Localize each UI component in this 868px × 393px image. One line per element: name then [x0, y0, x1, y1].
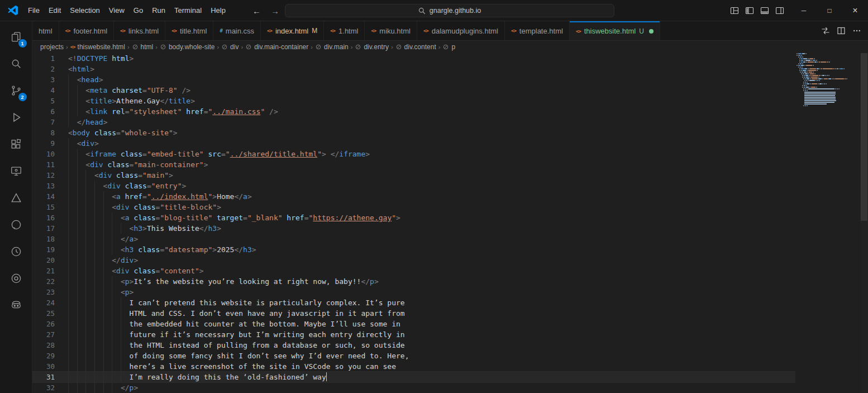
- code-text[interactable]: <link rel="stylesheet" href="../main.css…: [68, 106, 795, 117]
- github-icon[interactable]: [3, 211, 30, 238]
- explorer-icon[interactable]: 1: [3, 23, 30, 50]
- code-line[interactable]: 9 <div>: [32, 138, 795, 149]
- code-text[interactable]: here’s a live screenshot of the site in …: [68, 361, 795, 372]
- line-number[interactable]: 6: [32, 106, 68, 117]
- code-line[interactable]: 32 </p>: [32, 382, 795, 393]
- code-line[interactable]: 26 the embedded hit counter at the botto…: [32, 319, 795, 329]
- tab-links.html[interactable]: <>links.html: [114, 21, 165, 40]
- code-line[interactable]: 4 <meta charset="UTF-8" />: [32, 85, 795, 96]
- breadcrumb-item-div.entry[interactable]: div.entry: [355, 43, 388, 51]
- command-center[interactable]: gnargle.github.io: [285, 4, 614, 17]
- code-text[interactable]: <div class="content">: [68, 266, 795, 276]
- split-editor-icon[interactable]: [837, 26, 846, 35]
- code-text[interactable]: <head>: [68, 74, 795, 85]
- line-number[interactable]: 2: [32, 64, 68, 74]
- line-number[interactable]: 4: [32, 85, 68, 96]
- line-number[interactable]: 15: [32, 202, 68, 212]
- code-text[interactable]: </a>: [68, 234, 795, 244]
- tab-miku.html[interactable]: <>miku.html: [365, 21, 417, 40]
- breadcrumb-item-div[interactable]: div: [221, 43, 239, 51]
- line-number[interactable]: 10: [32, 149, 68, 159]
- extensions-icon[interactable]: [3, 131, 30, 158]
- code-text[interactable]: </p>: [68, 382, 795, 393]
- code-text[interactable]: <div class="main-container">: [68, 159, 795, 170]
- tab-html[interactable]: html: [32, 21, 59, 40]
- code-line[interactable]: 25 HTML and CSS. I don’t even have any j…: [32, 308, 795, 319]
- customize-layout-icon[interactable]: [730, 6, 739, 15]
- code-line[interactable]: 19 <h3 class="datestamp">2025</h3>: [32, 244, 795, 255]
- code-line[interactable]: 23 <p>: [32, 287, 795, 297]
- code-text[interactable]: <h3>This Website</h3>: [68, 223, 795, 234]
- minimize-button[interactable]: ─: [791, 0, 817, 21]
- code-line[interactable]: 21 <div class="content">: [32, 266, 795, 276]
- code-text[interactable]: <title>Athene.Gay</title>: [68, 96, 795, 106]
- menu-file[interactable]: File: [23, 4, 44, 17]
- line-number[interactable]: 27: [32, 329, 68, 340]
- breadcrumb-item-projects[interactable]: projects: [40, 43, 64, 51]
- code-text[interactable]: <p>: [68, 287, 795, 297]
- code-line[interactable]: 3 <head>: [32, 74, 795, 85]
- line-number[interactable]: 23: [32, 287, 68, 297]
- tab-footer.html[interactable]: <>footer.html: [59, 21, 115, 40]
- line-number[interactable]: 1: [32, 53, 68, 64]
- line-number[interactable]: 11: [32, 159, 68, 170]
- line-number[interactable]: 13: [32, 181, 68, 191]
- triangle-extension-icon[interactable]: [3, 184, 30, 211]
- code-text[interactable]: <p>It’s the website you’re looking at ri…: [68, 276, 795, 287]
- code-text[interactable]: <!DOCTYPE html>: [68, 53, 795, 64]
- tab-dalamudplugins.html[interactable]: <>dalamudplugins.html: [417, 21, 505, 40]
- code-text[interactable]: <iframe class="embed-title" src="../shar…: [68, 149, 795, 159]
- remote-explorer-icon[interactable]: [3, 158, 30, 184]
- code-line[interactable]: 6 <link rel="stylesheet" href="../main.c…: [32, 106, 795, 117]
- line-number[interactable]: 7: [32, 117, 68, 127]
- line-number[interactable]: 32: [32, 382, 68, 393]
- code-line[interactable]: 18 </a>: [32, 234, 795, 244]
- code-text[interactable]: </div>: [68, 255, 795, 266]
- code-line[interactable]: 29 of doing some fancy shit I don’t see …: [32, 351, 795, 361]
- code-text[interactable]: <meta charset="UTF-8" />: [68, 85, 795, 96]
- code-line[interactable]: 11 <div class="main-container">: [32, 159, 795, 170]
- menu-go[interactable]: Go: [129, 4, 147, 17]
- line-number[interactable]: 5: [32, 96, 68, 106]
- tab-1.html[interactable]: <>1.html: [324, 21, 365, 40]
- code-text[interactable]: </head>: [68, 117, 795, 127]
- toggle-primary-sidebar-icon[interactable]: [745, 6, 754, 15]
- code-text[interactable]: <div class="entry">: [68, 181, 795, 191]
- code-text[interactable]: <div class="title-block">: [68, 202, 795, 212]
- code-text[interactable]: <div>: [68, 138, 795, 149]
- line-number[interactable]: 29: [32, 351, 68, 361]
- back-button[interactable]: ←: [252, 6, 261, 16]
- code-line[interactable]: 28 the HTML instead of pulling from a da…: [32, 340, 795, 351]
- menu-view[interactable]: View: [104, 4, 129, 17]
- line-number[interactable]: 8: [32, 127, 68, 138]
- line-number[interactable]: 17: [32, 223, 68, 234]
- code-text[interactable]: the HTML instead of pulling from a datab…: [68, 340, 795, 351]
- line-number[interactable]: 25: [32, 308, 68, 319]
- code-line[interactable]: 1<!DOCTYPE html>: [32, 53, 795, 64]
- line-number[interactable]: 16: [32, 212, 68, 223]
- breadcrumb-item-div.main-container[interactable]: div.main-container: [245, 43, 308, 51]
- line-number[interactable]: 19: [32, 244, 68, 255]
- line-number[interactable]: 18: [32, 234, 68, 244]
- code-text[interactable]: future if it’s necessary but I’m writing…: [68, 329, 795, 340]
- code-text[interactable]: I’m really doing this the ‘old-fashioned…: [68, 372, 795, 382]
- more-actions-icon[interactable]: [852, 26, 861, 35]
- code-line[interactable]: 13 <div class="entry">: [32, 181, 795, 191]
- code-line[interactable]: 12 <div class="main">: [32, 170, 795, 181]
- scrollbar-thumb[interactable]: [861, 53, 867, 221]
- line-number[interactable]: 14: [32, 191, 68, 202]
- toggle-secondary-sidebar-icon[interactable]: [775, 6, 784, 15]
- gitlens-icon[interactable]: [3, 265, 30, 292]
- line-number[interactable]: 31: [32, 372, 68, 382]
- breadcrumb-item-div.main[interactable]: div.main: [315, 43, 349, 51]
- menu-edit[interactable]: Edit: [44, 4, 65, 17]
- minimap[interactable]: [797, 53, 860, 393]
- code-line[interactable]: 8<body class="whole-site">: [32, 127, 795, 138]
- history-icon[interactable]: [3, 238, 30, 265]
- code-text[interactable]: <html>: [68, 64, 795, 74]
- breadcrumb-item-html[interactable]: html: [132, 43, 154, 51]
- line-number[interactable]: 20: [32, 255, 68, 266]
- tab-index.html[interactable]: <>index.htmlM: [261, 21, 324, 40]
- code-line[interactable]: 20 </div>: [32, 255, 795, 266]
- code-line[interactable]: 14 <a href="../index.html">Home</a>: [32, 191, 795, 202]
